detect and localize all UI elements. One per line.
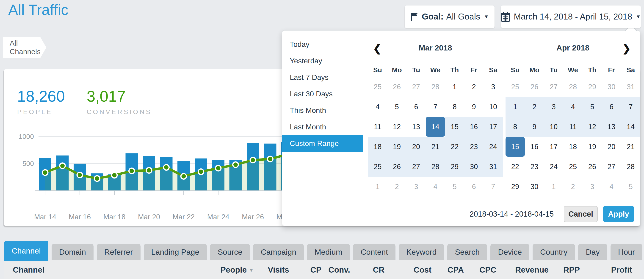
calendar-day[interactable]: 27	[406, 77, 426, 97]
calendar-day[interactable]: 29	[445, 157, 464, 177]
tab-domain[interactable]: Domain	[52, 244, 94, 260]
calendar-day[interactable]: 3	[406, 177, 426, 197]
calendar-day[interactable]: 26	[525, 77, 544, 97]
calendar-day[interactable]: 4	[563, 97, 582, 117]
calendar-day[interactable]: 11	[368, 117, 387, 137]
calendar-day[interactable]: 29	[582, 77, 602, 97]
calendar-day[interactable]: 27	[406, 157, 426, 177]
preset-last-30-days[interactable]: Last 30 Days	[282, 86, 363, 102]
calendar-day[interactable]: 6	[602, 97, 621, 117]
calendar-day[interactable]: 6	[464, 177, 484, 197]
column-header-cpc[interactable]: CPC	[480, 260, 496, 279]
tab-channel[interactable]: Channel	[4, 241, 48, 261]
calendar-day[interactable]: 25	[368, 77, 387, 97]
column-header-profit[interactable]: Profit	[611, 260, 632, 279]
calendar-day[interactable]: 26	[387, 157, 406, 177]
column-header-cp[interactable]: CP	[310, 260, 322, 279]
tab-search[interactable]: Search	[447, 244, 487, 260]
calendar-day[interactable]: 18	[563, 137, 582, 157]
tab-hour[interactable]: Hour	[610, 244, 642, 260]
calendar-day[interactable]: 12	[387, 117, 406, 137]
calendar-day[interactable]: 24	[484, 137, 503, 157]
calendar-day[interactable]: 7	[484, 177, 503, 197]
calendar-day[interactable]: 17	[544, 137, 563, 157]
tab-day[interactable]: Day	[578, 244, 607, 260]
calendar-day[interactable]: 7	[426, 97, 445, 117]
goal-selector-button[interactable]: Goal: All Goals ▼	[405, 6, 494, 28]
preset-this-month[interactable]: This Month	[282, 102, 363, 119]
preset-custom-range[interactable]: Custom Range	[282, 135, 363, 152]
column-header-revenue[interactable]: Revenue	[515, 260, 549, 279]
calendar-day[interactable]: 19	[582, 137, 602, 157]
calendar-day[interactable]: 25	[368, 157, 387, 177]
column-header-cost[interactable]: Cost	[414, 260, 432, 279]
calendar-day[interactable]: 25	[506, 77, 525, 97]
column-header-rpp[interactable]: RPP	[563, 260, 580, 279]
column-header-cr[interactable]: CR	[373, 260, 384, 279]
tab-medium[interactable]: Medium	[307, 244, 350, 260]
preset-last-month[interactable]: Last Month	[282, 119, 363, 135]
column-header-channel[interactable]: Channel	[13, 260, 44, 279]
calendar-day[interactable]: 30	[464, 157, 484, 177]
cancel-button[interactable]: Cancel	[564, 206, 598, 222]
calendar-day[interactable]: 30	[602, 77, 621, 97]
tab-device[interactable]: Device	[490, 244, 529, 260]
calendar-day[interactable]: 16	[464, 117, 484, 137]
calendar-day[interactable]: 31	[484, 157, 503, 177]
column-header-people[interactable]: People▼	[220, 260, 254, 279]
calendar-day[interactable]: 1	[544, 177, 563, 197]
calendar-day[interactable]: 19	[387, 137, 406, 157]
calendar-day[interactable]: 26	[387, 77, 406, 97]
calendar-day[interactable]: 31	[621, 77, 640, 97]
calendar-day[interactable]: 27	[544, 77, 563, 97]
calendar-day[interactable]: 13	[406, 117, 426, 137]
calendar-day[interactable]: 17	[484, 117, 503, 137]
calendar-day[interactable]: 28	[563, 77, 582, 97]
calendar-day[interactable]: 28	[621, 157, 640, 177]
calendar-day[interactable]: 23	[464, 137, 484, 157]
preset-yesterday[interactable]: Yesterday	[282, 53, 363, 69]
calendar-day[interactable]: 20	[602, 137, 621, 157]
calendar-day[interactable]: 10	[484, 97, 503, 117]
calendar-day[interactable]: 5	[445, 177, 464, 197]
date-range-button[interactable]: March 14, 2018 - April 15, 2018 ▼	[501, 6, 641, 28]
calendar-day[interactable]: 24	[544, 157, 563, 177]
calendar-day[interactable]: 5	[621, 177, 640, 197]
column-header-visits[interactable]: Visits	[268, 260, 289, 279]
calendar-day[interactable]: 2	[464, 77, 484, 97]
calendar-day[interactable]: 8	[506, 117, 525, 137]
calendar-day[interactable]: 14	[621, 117, 640, 137]
calendar-day[interactable]: 3	[544, 97, 563, 117]
calendar-day[interactable]: 2	[563, 177, 582, 197]
calendar-day[interactable]: 20	[406, 137, 426, 157]
preset-last-7-days[interactable]: Last 7 Days	[282, 69, 363, 86]
calendar-day[interactable]: 15	[445, 117, 464, 137]
calendar-day[interactable]: 25	[563, 157, 582, 177]
calendar-day[interactable]: 2	[387, 177, 406, 197]
column-header-cpa[interactable]: CPA	[448, 260, 464, 279]
tab-content[interactable]: Content	[353, 244, 396, 260]
tab-source[interactable]: Source	[210, 244, 250, 260]
calendar-day[interactable]: 3	[582, 177, 602, 197]
calendar-day[interactable]: 5	[582, 97, 602, 117]
calendar-day[interactable]: 15	[506, 137, 525, 157]
calendar-day[interactable]: 2	[525, 97, 544, 117]
tab-country[interactable]: Country	[532, 244, 575, 260]
tab-keyword[interactable]: Keyword	[399, 244, 444, 260]
calendar-day[interactable]: 30	[525, 177, 544, 197]
calendar-day[interactable]: 1	[445, 77, 464, 97]
calendar-day[interactable]: 4	[368, 97, 387, 117]
calendar-day[interactable]: 3	[484, 77, 503, 97]
calendar-day[interactable]: 8	[445, 97, 464, 117]
apply-button[interactable]: Apply	[603, 206, 634, 222]
calendar-day[interactable]: 27	[602, 157, 621, 177]
calendar-day[interactable]: 11	[563, 117, 582, 137]
calendar-day[interactable]: 29	[506, 177, 525, 197]
column-header-conv-[interactable]: Conv.	[328, 260, 350, 279]
calendar-day[interactable]: 6	[406, 97, 426, 117]
calendar-day[interactable]: 22	[445, 137, 464, 157]
calendar-day[interactable]: 21	[426, 137, 445, 157]
calendar-day[interactable]: 9	[525, 117, 544, 137]
calendar-day[interactable]: 7	[621, 97, 640, 117]
calendar-day[interactable]: 18	[368, 137, 387, 157]
